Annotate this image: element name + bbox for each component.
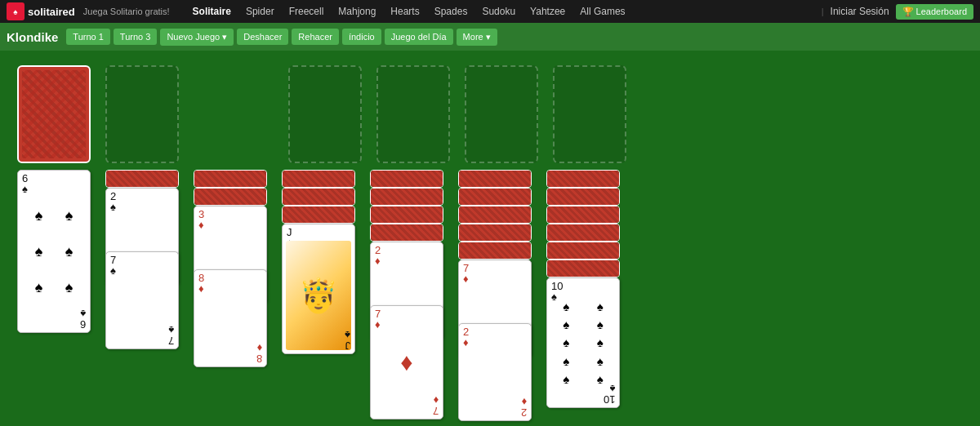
logo-area: ♠ solitaired [7,2,75,20]
tableau-col-5: 2♦ 7♦ ♦ 7♦ [366,170,448,421]
nav-spider[interactable]: Spider [239,6,281,17]
foundation-slot-4 [553,65,626,163]
foundation-4 [549,65,630,163]
fd4 [370,224,443,242]
fd4 [458,224,532,242]
fd4 [546,224,620,242]
turno3-button[interactable]: Turno 3 [114,29,158,45]
card-7d-partial: 7♦ [458,260,532,300]
nuevo-juego-button[interactable]: Nuevo Juego [160,29,234,46]
fd2 [282,188,355,206]
tableau-col-4: J♠ 🤴 J♠ [278,170,359,421]
fd3 [546,206,620,224]
foundation-slot-1 [288,65,362,163]
face-down-1 [194,170,267,188]
rehacer-button[interactable]: Rehacer [292,29,339,45]
card-6-spades[interactable]: 6♠ ♠ ♠ ♠ ♠ ♠ ♠ 6♠ [17,170,91,333]
fd5 [458,242,532,260]
nav-sudoku[interactable]: Sudoku [475,6,522,17]
fd5 [546,242,620,260]
deshacer-button[interactable]: Deshacer [237,29,288,45]
nav-yahtzee[interactable]: Yahtzee [523,6,572,17]
trophy-icon: 🏆 [902,7,914,17]
nav-right: | Iniciar Sesión 🏆 Leaderboard [822,4,973,20]
leaderboard-button[interactable]: 🏆 Leaderboard [896,4,973,20]
tagline: Juega Solitario gratis! [83,7,170,16]
tableau-col-1: 6♠ ♠ ♠ ♠ ♠ ♠ ♠ 6♠ [13,170,95,421]
nav-mahjong[interactable]: Mahjong [332,6,382,17]
logo-icon: ♠ [7,2,24,20]
tableau-col-6: 7♦ 2♦ 2♦ [454,170,536,421]
nav-spades[interactable]: Spades [428,6,474,17]
foundation-3 [461,65,542,163]
card-2-diamonds-partial: 2♦ [370,242,443,282]
tableau: 6♠ ♠ ♠ ♠ ♠ ♠ ♠ 6♠ [13,170,630,421]
waste-slot [105,65,179,163]
nav-solitaire[interactable]: Solitaire [186,6,238,17]
fd3 [282,206,355,224]
card-rank-br: 6♠ [80,308,86,330]
nav-hearts[interactable]: Hearts [384,6,425,17]
card-10-spades[interactable]: 10♠ ♠ ♠ ♠ ♠ ♠ ♠ ♠ ♠ ♠ ♠ 10♠ [546,277,620,408]
fd1 [282,170,355,188]
game-title: Klondike [7,30,58,44]
tableau-col-3: 3♦ 8♦ 8♦ [189,170,271,421]
stock-pile[interactable] [13,65,95,163]
nav-links: Solitaire Spider Freecell Mahjong Hearts… [186,6,822,17]
fd1 [370,170,443,188]
foundation-slot-2 [376,65,450,163]
signin-button[interactable]: Iniciar Sesión [831,6,889,17]
tableau-col-7: 10♠ ♠ ♠ ♠ ♠ ♠ ♠ ♠ ♠ ♠ ♠ 10♠ [542,170,624,421]
card-3-diamonds-partial: 3♦ [194,206,267,246]
toolbar: Klondike Turno 1 Turno 3 Nuevo Juego Des… [0,23,980,51]
foundation-1 [284,65,366,163]
more-button[interactable]: More [457,29,497,46]
foundation-2 [372,65,454,163]
logo-text: solitaired [28,6,75,18]
fd2 [546,188,620,206]
card-2-diamonds-bot[interactable]: 2♦ 2♦ [458,323,532,421]
top-navigation: ♠ solitaired Juega Solitario gratis! Sol… [0,0,980,23]
indicio-button[interactable]: índicio [342,29,381,45]
game-area: 6♠ ♠ ♠ ♠ ♠ ♠ ♠ 6♠ [0,51,980,426]
game-layout: 6♠ ♠ ♠ ♠ ♠ ♠ ♠ 6♠ [7,59,637,426]
nav-freecell[interactable]: Freecell [283,6,331,17]
fd6 [546,260,620,277]
top-row [13,65,630,163]
fd2 [458,188,532,206]
fd1 [546,170,620,188]
card-7-diamonds[interactable]: 7♦ ♦ 7♦ [370,305,443,419]
fd2 [370,188,443,206]
face-down-2 [194,188,267,206]
card-8-diamonds[interactable]: 8♦ 8♦ [194,269,267,367]
juego-del-dia-button[interactable]: Juego del Día [385,29,453,45]
nav-allgames[interactable]: All Games [573,6,631,17]
fd3 [370,206,443,224]
turno1-button[interactable]: Turno 1 [66,29,110,45]
foundation-slot-3 [465,65,538,163]
card-2-spades-partial: 2♠ [105,188,179,229]
face-down-card [105,170,179,188]
card-7-spades[interactable]: 7♠ 7♠ [105,251,179,349]
fd3 [458,206,532,224]
fd1 [458,170,532,188]
waste-pile [101,65,183,163]
stock-card[interactable] [17,65,91,163]
card-rank-tl: 6♠ [22,173,28,194]
tableau-col-2: 2♠ 7♠ 7♠ [101,170,183,421]
card-jack-spades[interactable]: J♠ 🤴 J♠ [282,224,355,354]
